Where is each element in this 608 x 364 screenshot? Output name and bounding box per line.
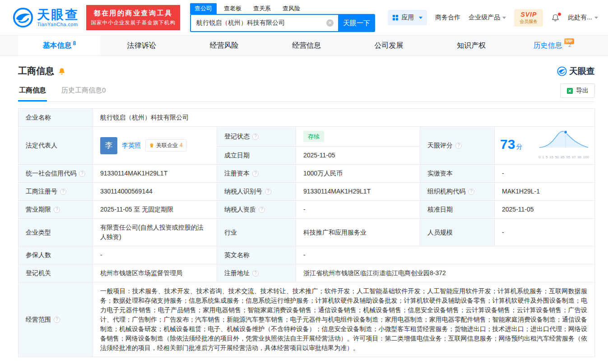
- tianyancha-company-page: 天眼查 TianYanCha.com 都在用的商业查询工具 国家中小企业发展子基…: [0, 0, 608, 364]
- value-reg-capital: 1000万人民币: [296, 165, 420, 183]
- subtab-business-info[interactable]: 工商信息: [18, 83, 47, 101]
- search-tabs: 查公司 查老板 查关系 查风险: [190, 3, 375, 14]
- question-icon[interactable]: ?: [252, 170, 259, 177]
- value-reg-address: 浙江省杭州市钱塘区临江街道临江电商创业园8-372: [296, 264, 595, 282]
- value-biz-scope: 一般项目：技术服务、技术开发、技术咨询、技术交流、技术转让、技术推广；软件开发；…: [93, 282, 595, 357]
- score-number: 73分: [500, 139, 522, 152]
- question-icon[interactable]: ?: [54, 207, 60, 213]
- tab-basic-info[interactable]: 基本信息 8: [18, 36, 101, 55]
- question-icon[interactable]: ?: [252, 270, 259, 276]
- label-biz-term: 营业期限?: [19, 201, 93, 219]
- value-english-name: -: [296, 246, 595, 264]
- tab-company-development-label: 公司发展: [375, 41, 404, 51]
- value-tyc-score[interactable]: 73分 015155085959799100: [495, 127, 595, 165]
- tab-intellectual-property-label: 知识产权: [457, 41, 486, 51]
- legal-rep-avatar[interactable]: 李: [100, 137, 117, 154]
- tab-history-info[interactable]: 历史信息 VIP 2: [512, 36, 595, 55]
- value-legal-rep: 李 李英照 关联企业 4: [93, 127, 217, 165]
- svip-member-button[interactable]: SVIP 会员服务: [514, 9, 543, 27]
- apps-grid-icon: [392, 14, 399, 21]
- search-input[interactable]: [195, 19, 326, 27]
- legal-rep-link[interactable]: 李英照: [122, 141, 141, 150]
- apps-label: 应用: [401, 14, 414, 22]
- tab-operation-info-label: 经营信息: [292, 41, 321, 51]
- row-legal-rep: 法定代表人 李 李英照 关联企业 4: [19, 127, 595, 147]
- value-taxpayer-quality: -: [296, 201, 420, 219]
- question-icon[interactable]: ?: [259, 207, 265, 213]
- question-icon[interactable]: ?: [60, 189, 66, 195]
- svip-member-label: 会员服务: [520, 18, 538, 25]
- clear-icon[interactable]: ✕: [326, 19, 334, 27]
- value-reg-no: 330114000569144: [93, 183, 217, 201]
- label-staff-size: 人员规模: [420, 219, 495, 246]
- related-companies-badge[interactable]: 关联企业 4: [145, 139, 186, 152]
- label-approve-date: 核准日期: [420, 201, 495, 219]
- label-legal-rep: 法定代表人: [19, 127, 93, 165]
- svip-logo: SVIP: [520, 11, 538, 18]
- label-paid-capital: 实缴资本: [420, 165, 495, 183]
- label-taxpayer-no: 纳税人识别号?: [217, 183, 296, 201]
- search-button[interactable]: 天眼一下: [338, 14, 375, 32]
- export-button[interactable]: 导出: [560, 83, 595, 98]
- label-reg-address: 注册地址?: [217, 264, 296, 282]
- row-biz-term: 营业期限? 2025-11-05 至 无固定期限 纳税人资质? - 核准日期 2…: [19, 201, 595, 219]
- section-head: 工商信息 天眼查: [18, 65, 595, 77]
- logo-text: 天眼查 TianYanCha.com: [37, 8, 79, 27]
- label-biz-scope: 经营范围?: [19, 282, 93, 357]
- chevron-down-icon: [419, 17, 422, 19]
- question-icon[interactable]: ?: [79, 170, 85, 177]
- value-paid-capital: -: [495, 165, 595, 183]
- row-reg-no: 工商注册号? 330114000569144 纳税人识别号? 91330114M…: [19, 183, 595, 201]
- label-establish-date: 成立日期: [217, 147, 296, 165]
- value-insured-num: -: [93, 246, 217, 264]
- tab-intellectual-property[interactable]: 知识产权: [430, 36, 513, 55]
- value-org-code: MAK1H29L-1: [495, 183, 595, 201]
- question-icon[interactable]: ?: [252, 134, 259, 140]
- site-logo[interactable]: 天眼查 TianYanCha.com: [13, 7, 79, 28]
- tab-history-info-count: 2: [568, 42, 571, 48]
- tab-legal-lawsuits[interactable]: 法律诉讼: [101, 36, 183, 55]
- related-companies-count: 4: [180, 141, 183, 150]
- row-biz-scope: 经营范围? 一般项目：技术服务、技术开发、技术咨询、技术交流、技术转让、技术推广…: [19, 282, 595, 357]
- search-tab-company[interactable]: 查公司: [190, 3, 217, 14]
- subscribe-bell-icon[interactable]: [58, 67, 66, 75]
- tab-legal-lawsuits-label: 法律诉讼: [127, 41, 156, 51]
- enterprise-products-link[interactable]: 企业级产品: [469, 14, 506, 22]
- subtabs: 工商信息 历史工商信息0: [18, 83, 107, 101]
- label-english-name: 英文名称: [217, 246, 296, 264]
- value-credit-code: 91330114MAK1H29L1T: [93, 165, 217, 183]
- tab-operation-risk[interactable]: 经营风险: [183, 36, 265, 55]
- row-company-type: 企业类型 有限责任公司(自然人投资或控股的法人独资) 行业 科技推广和应用服务业…: [19, 219, 595, 246]
- tianyancha-logo-icon: [13, 7, 33, 28]
- user-more-menu[interactable]: 此处有...: [568, 14, 598, 22]
- label-credit-code: 统一社会信用代码?: [19, 165, 93, 183]
- biz-cooperation-link[interactable]: 商务合作: [435, 14, 460, 22]
- label-org-code: 组织机构代码?: [420, 183, 495, 201]
- tab-company-development[interactable]: 公司发展: [348, 36, 430, 55]
- related-companies-label: 关联企业: [156, 141, 178, 150]
- value-industry: 科技推广和应用服务业: [296, 219, 420, 246]
- search-bar: ✕ 天眼一下: [190, 14, 375, 32]
- value-staff-size: -: [495, 219, 595, 246]
- tab-operation-info[interactable]: 经营信息: [265, 36, 348, 55]
- promo-banner-line1: 都在用的商业查询工具: [88, 9, 178, 18]
- header-right: 应用 商务合作 企业级产品 SVIP 会员服务 此处有...: [388, 9, 598, 27]
- search-tab-relation[interactable]: 查关系: [253, 5, 271, 13]
- question-icon[interactable]: ?: [265, 189, 271, 195]
- subtab-history-business-info[interactable]: 历史工商信息0: [60, 83, 107, 101]
- question-icon[interactable]: ?: [468, 189, 474, 195]
- score-axis: 015155085959799100: [538, 152, 589, 162]
- label-tyc-score: 天眼评分?: [420, 127, 495, 165]
- search-input-wrap: ✕: [190, 14, 338, 32]
- search-tab-boss[interactable]: 查老板: [224, 5, 241, 13]
- label-taxpayer-quality: 纳税人资质?: [217, 201, 296, 219]
- row-credit-code: 统一社会信用代码? 91330114MAK1H29L1T 注册资本? 1000万…: [19, 165, 595, 183]
- search-tab-risk[interactable]: 查风险: [283, 5, 300, 13]
- notification-bell-icon[interactable]: [551, 14, 560, 22]
- score-curve-chart: 015155085959799100: [538, 129, 589, 162]
- question-icon[interactable]: ?: [455, 143, 462, 149]
- apps-button[interactable]: 应用: [388, 10, 427, 25]
- tab-history-info-label: 历史信息: [534, 41, 562, 51]
- label-company-name: 企业名称: [19, 109, 93, 127]
- question-icon[interactable]: ?: [54, 317, 60, 323]
